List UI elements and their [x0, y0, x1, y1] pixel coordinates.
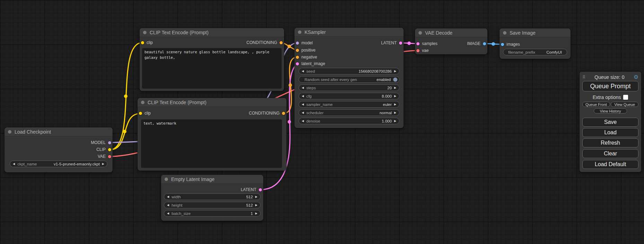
- widget-label: denoise: [306, 119, 320, 123]
- widget-cfg[interactable]: ◀ cfg 8.000 ▶: [299, 93, 399, 99]
- settings-gear-icon[interactable]: ⚙: [634, 74, 638, 80]
- input-vae: vae: [416, 47, 429, 54]
- image-port-dot[interactable]: [501, 43, 504, 46]
- drag-handle-icon[interactable]: ⠿: [582, 75, 585, 80]
- increment-arrow-icon[interactable]: ▶: [255, 212, 257, 215]
- model-port-dot[interactable]: [108, 141, 111, 144]
- widget-value: 8.000: [382, 94, 392, 98]
- collapse-dot[interactable]: [143, 31, 147, 34]
- latent-port-dot[interactable]: [399, 42, 402, 45]
- increment-arrow-icon[interactable]: ▶: [394, 87, 396, 89]
- prompt-textarea[interactable]: beautiful scenery nature glass bottle la…: [142, 48, 282, 89]
- input-images: images: [501, 41, 520, 48]
- port-label: negative: [301, 55, 317, 60]
- clear-button[interactable]: Clear: [582, 149, 638, 158]
- increment-arrow-icon[interactable]: ▶: [394, 111, 396, 114]
- vae-port-dot[interactable]: [416, 49, 420, 52]
- clip-port-dot[interactable]: [139, 112, 142, 115]
- queue-prompt-button[interactable]: Queue Prompt: [582, 81, 638, 91]
- port-label: LATENT: [241, 187, 256, 192]
- widget-width[interactable]: ◀ width 512 ▶: [164, 193, 261, 200]
- view-history-button[interactable]: View History: [594, 108, 627, 114]
- collapse-dot[interactable]: [165, 178, 168, 181]
- conditioning-port-dot[interactable]: [280, 41, 283, 44]
- decrement-arrow-icon[interactable]: ◀: [167, 212, 169, 215]
- increment-arrow-icon[interactable]: ▶: [394, 95, 396, 98]
- output-clip: CLIP: [96, 146, 111, 153]
- model-port-dot[interactable]: [296, 42, 299, 45]
- node-titlebar[interactable]: KSampler: [294, 28, 404, 37]
- node-titlebar[interactable]: Save Image: [500, 28, 571, 37]
- collapse-dot[interactable]: [8, 130, 11, 134]
- widget-value: enabled: [377, 78, 391, 82]
- increment-arrow-icon[interactable]: ▶: [102, 163, 104, 165]
- port-label: vae: [422, 48, 429, 53]
- decrement-arrow-icon[interactable]: ◀: [302, 87, 304, 89]
- decrement-arrow-icon[interactable]: ◀: [302, 120, 304, 123]
- widget-filename-prefix[interactable]: filename_prefix ComfyUI: [503, 49, 567, 55]
- decrement-arrow-icon[interactable]: ◀: [13, 163, 15, 165]
- widget-random-seed-toggle[interactable]: Random seed after every gen enabled: [299, 76, 399, 83]
- node-titlebar[interactable]: CLIP Text Encode (Prompt): [138, 98, 286, 107]
- output-conditioning: CONDITIONING: [246, 39, 283, 46]
- load-button[interactable]: Load: [582, 128, 638, 137]
- clip-port-dot[interactable]: [108, 148, 111, 151]
- output-latent: LATENT: [241, 186, 262, 193]
- conditioning-port-dot[interactable]: [296, 49, 299, 52]
- widget-ckpt-name[interactable]: ◀ ckpt_name v1-5-pruned-emaonly.ckpt ▶: [10, 161, 107, 167]
- increment-arrow-icon[interactable]: ▶: [394, 120, 396, 123]
- node-titlebar[interactable]: Empty Latent Image: [161, 175, 263, 184]
- decrement-arrow-icon[interactable]: ◀: [302, 103, 304, 106]
- input-latent-image: latent_image: [296, 60, 325, 67]
- port-label: VAE: [98, 154, 106, 159]
- save-button[interactable]: Save: [582, 118, 638, 127]
- input-model: model: [296, 39, 313, 46]
- node-save-image: Save Image images filename_prefix ComfyU…: [500, 28, 571, 59]
- widget-height[interactable]: ◀ height 512 ▶: [164, 202, 261, 208]
- toggle-enabled-indicator[interactable]: [393, 78, 397, 82]
- latent-port-dot[interactable]: [259, 188, 262, 191]
- latent-port-dot[interactable]: [296, 62, 299, 65]
- queue-front-button[interactable]: Queue Front: [582, 102, 610, 107]
- load-default-button[interactable]: Load Default: [582, 160, 638, 169]
- clip-port-dot[interactable]: [141, 41, 144, 44]
- extra-options-checkbox[interactable]: [623, 95, 628, 100]
- collapse-dot[interactable]: [418, 31, 422, 35]
- latent-port-dot[interactable]: [416, 42, 420, 45]
- vae-port-dot[interactable]: [108, 155, 111, 158]
- widget-scheduler[interactable]: ◀ scheduler normal ▶: [299, 109, 399, 116]
- collapse-dot[interactable]: [503, 31, 506, 35]
- node-titlebar[interactable]: CLIP Text Encode (Prompt): [140, 28, 284, 37]
- widget-sampler-name[interactable]: ◀ sampler_name euler ▶: [299, 101, 399, 108]
- port-label: LATENT: [381, 40, 397, 45]
- node-editor-canvas[interactable]: Load Checkpoint MODEL CLIP VAE ◀ ckpt_na…: [0, 0, 644, 244]
- widget-label: scheduler: [306, 111, 324, 115]
- decrement-arrow-icon[interactable]: ◀: [167, 196, 169, 198]
- decrement-arrow-icon[interactable]: ◀: [167, 204, 169, 207]
- increment-arrow-icon[interactable]: ▶: [255, 196, 257, 198]
- prompt-textarea[interactable]: text, watermark: [141, 119, 282, 168]
- image-port-dot[interactable]: [483, 42, 486, 45]
- output-conditioning: CONDITIONING: [249, 110, 285, 117]
- conditioning-port-dot[interactable]: [296, 56, 299, 59]
- node-load-checkpoint: Load Checkpoint MODEL CLIP VAE ◀ ckpt_na…: [5, 127, 113, 172]
- collapse-dot[interactable]: [141, 101, 144, 104]
- collapse-dot[interactable]: [298, 30, 301, 34]
- link-dot: [123, 130, 126, 133]
- node-titlebar[interactable]: VAE Decode: [415, 28, 487, 37]
- increment-arrow-icon[interactable]: ▶: [255, 204, 257, 207]
- widget-steps[interactable]: ◀ steps 20 ▶: [299, 84, 399, 91]
- decrement-arrow-icon[interactable]: ◀: [302, 95, 304, 98]
- increment-arrow-icon[interactable]: ▶: [394, 103, 396, 106]
- widget-denoise[interactable]: ◀ denoise 1.000 ▶: [299, 118, 399, 124]
- widget-value: 1.000: [382, 119, 392, 123]
- widget-seed[interactable]: ◀ seed 156680208700286 ▶: [299, 68, 399, 74]
- node-titlebar[interactable]: Load Checkpoint: [5, 127, 113, 136]
- refresh-button[interactable]: Refresh: [582, 138, 638, 147]
- view-queue-button[interactable]: View Queue: [611, 102, 638, 107]
- decrement-arrow-icon[interactable]: ◀: [302, 70, 304, 73]
- conditioning-port-dot[interactable]: [282, 112, 285, 115]
- increment-arrow-icon[interactable]: ▶: [394, 70, 396, 73]
- decrement-arrow-icon[interactable]: ◀: [302, 111, 304, 114]
- widget-batch-size[interactable]: ◀ batch_size 1 ▶: [164, 210, 261, 217]
